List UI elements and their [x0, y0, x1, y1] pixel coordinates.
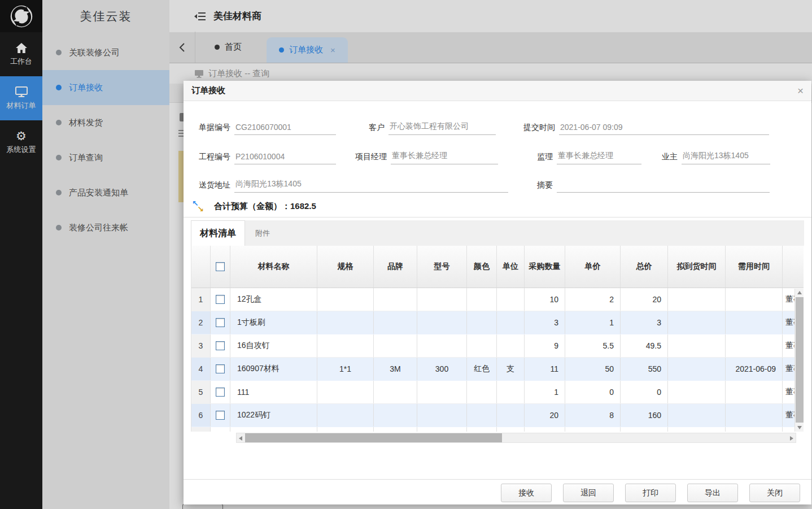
cell-material-name: 160907材料	[230, 358, 317, 380]
header-model[interactable]: 型号	[417, 246, 467, 288]
cell-brand	[374, 311, 417, 334]
header-unit-price[interactable]: 单价	[565, 246, 621, 288]
cell-need-time	[726, 288, 783, 311]
checkbox-cell	[211, 404, 230, 427]
summary-input[interactable]	[557, 189, 770, 193]
table-row[interactable]: 6 1022码钉 20 8 160 董事	[191, 404, 804, 427]
header-unit[interactable]: 单位	[497, 246, 525, 288]
export-button[interactable]: 导出	[687, 484, 738, 502]
delivery-address-input[interactable]: 尚海阳光13栋1405	[234, 179, 508, 193]
table-row[interactable]: 1 12孔盒 10 2 20 董事	[191, 288, 804, 311]
field-label: 工程编号	[192, 152, 230, 164]
return-button[interactable]: 退回	[563, 484, 614, 502]
field-submit-time: 提交时间 2021-06-07 09:09	[517, 120, 769, 135]
field-owner: 业主 尚海阳光13栋1405	[658, 150, 770, 164]
cell-spec: 1*1	[317, 358, 374, 380]
select-all-checkbox[interactable]	[216, 262, 225, 271]
cell-total-price: 160	[621, 404, 668, 427]
cell-spec	[317, 334, 374, 357]
table-row[interactable]: 2 1寸板刷 3 1 3 董事	[191, 311, 804, 334]
cell-eta	[668, 381, 726, 403]
dialog-close-icon[interactable]: ×	[797, 85, 804, 96]
row-number: 2	[191, 311, 211, 334]
tab-attachments[interactable]: 附件	[245, 220, 280, 246]
field-customer: 客户 开心装饰工程有限公司	[365, 120, 496, 135]
row-number: 3	[191, 334, 211, 357]
horizontal-scrollbar-thumb[interactable]	[245, 433, 502, 442]
table-row[interactable]: 4 160907材料 1*1 3M 300 红色 支 11 50 550 202…	[191, 358, 804, 381]
cell-unit-price: 2	[565, 288, 621, 311]
scroll-left-icon[interactable]	[239, 436, 242, 441]
divider	[184, 217, 811, 217]
cell-model	[417, 381, 467, 403]
header-color[interactable]: 颜色	[467, 246, 497, 288]
cell-unit-price: 8	[565, 404, 621, 427]
table-body: 1 12孔盒 10 2 20 董事 2	[191, 288, 804, 432]
table-row[interactable]: 3 16自攻钉 9 5.5 49.5 董事	[191, 334, 804, 358]
owner-input[interactable]: 尚海阳光13栋1405	[682, 151, 770, 164]
row-number: 5	[191, 381, 211, 403]
header-need-time[interactable]: 需用时间	[726, 246, 783, 288]
header-eta[interactable]: 拟到货时间	[668, 246, 726, 288]
receive-button[interactable]: 接收	[501, 484, 552, 502]
row-checkbox[interactable]	[216, 411, 225, 420]
cell-model	[417, 404, 467, 427]
row-checkbox[interactable]	[216, 388, 225, 397]
cell-unit	[497, 334, 525, 357]
checkbox-cell	[211, 358, 230, 380]
row-checkbox[interactable]	[216, 318, 225, 327]
header-qty[interactable]: 采购数量	[525, 246, 565, 288]
cell-qty: 1	[525, 381, 565, 403]
header-spec[interactable]: 规格	[317, 246, 374, 288]
table-row[interactable]: 5 111 1 0 0 董事	[191, 381, 804, 404]
scroll-down-icon[interactable]	[797, 426, 802, 429]
order-receive-dialog: 订单接收 × 单据编号 CG2106070001 客户 开心装饰工程有限公司 提…	[184, 81, 811, 504]
cell-brand	[374, 288, 417, 311]
cell-spec	[317, 404, 374, 427]
cell-total-price: 20	[621, 288, 668, 311]
cell-qty: 11	[525, 358, 565, 380]
customer-input[interactable]: 开心装饰工程有限公司	[388, 121, 496, 135]
row-checkbox[interactable]	[216, 364, 225, 373]
submit-time-input[interactable]: 2021-06-07 09:09	[559, 123, 769, 135]
supervisor-input[interactable]: 董事长兼总经理	[557, 151, 641, 164]
scroll-right-icon[interactable]	[790, 436, 793, 441]
scroll-up-icon[interactable]	[797, 291, 802, 294]
row-checkbox[interactable]	[216, 341, 225, 350]
vertical-scrollbar-thumb[interactable]	[796, 297, 804, 423]
bill-no-input[interactable]: CG2106070001	[234, 123, 336, 135]
cell-need-time	[726, 381, 783, 403]
budget-label: 合计预算（金额）：	[214, 201, 290, 211]
checkbox-cell	[211, 288, 230, 311]
vertical-scrollbar[interactable]	[794, 289, 804, 432]
checkbox-cell	[211, 334, 230, 357]
cell-model	[417, 288, 467, 311]
header-total-price[interactable]: 总价	[621, 246, 668, 288]
header-material-name[interactable]: 材料名称	[230, 246, 317, 288]
project-no-input[interactable]: P2106010004	[234, 152, 336, 164]
header-brand[interactable]: 品牌	[374, 246, 417, 288]
header-checkbox-cell	[211, 246, 230, 288]
cell-qty: 3	[525, 311, 565, 334]
print-button[interactable]: 打印	[625, 484, 676, 502]
row-checkbox[interactable]	[216, 295, 225, 304]
project-manager-input[interactable]: 董事长兼总经理	[391, 151, 498, 164]
cell-color	[467, 311, 497, 334]
cell-material-name: 12孔盒	[230, 288, 317, 311]
field-label: 单据编号	[192, 123, 230, 135]
tab-material-list[interactable]: 材料清单	[191, 220, 245, 246]
cell-color: 红色	[467, 358, 497, 380]
cell-eta	[668, 358, 726, 380]
cell-color	[467, 404, 497, 427]
dialog-header: 订单接收 ×	[184, 81, 811, 101]
field-label: 项目经理	[348, 152, 387, 164]
cell-eta	[668, 404, 726, 427]
cell-total-price: 49.5	[621, 334, 668, 357]
table-row-partial	[191, 427, 804, 432]
close-button[interactable]: 关闭	[749, 484, 800, 502]
budget-total-text: 合计预算（金额）：1682.5	[214, 201, 316, 212]
field-project-no: 工程编号 P2106010004	[192, 150, 336, 164]
field-label: 客户	[365, 123, 385, 135]
horizontal-scrollbar[interactable]	[236, 433, 796, 443]
row-number: 1	[191, 288, 211, 311]
